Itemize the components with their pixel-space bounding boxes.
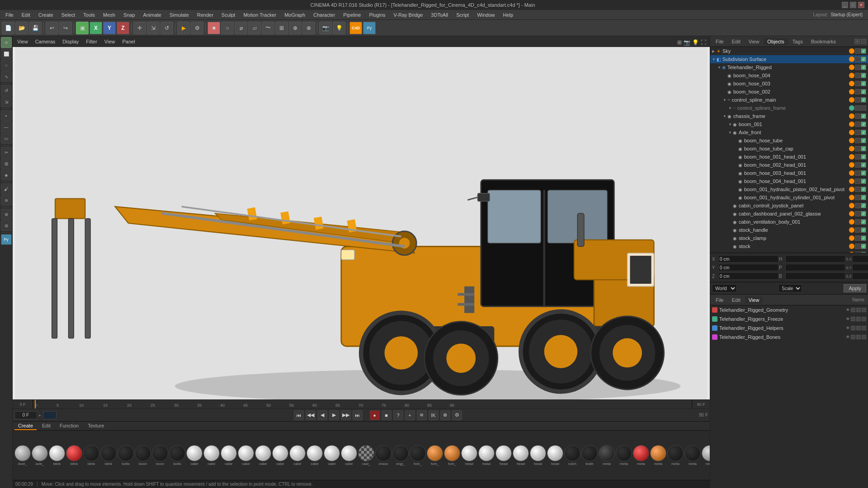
tool-select-lasso[interactable]: ∿ (1, 71, 12, 82)
transport-ik[interactable]: IK (429, 410, 439, 420)
om-item-sky[interactable]: ▶ ☀ Sky ✓ (710, 47, 868, 55)
tool-joint[interactable]: ⊛ (1, 209, 12, 220)
vp-menu-view[interactable]: View (14, 38, 31, 45)
toolbar-new[interactable]: 📄 (2, 22, 14, 34)
menu-pipeline[interactable]: Pipeline (340, 11, 364, 19)
tool-scale[interactable]: ⇲ (1, 96, 12, 107)
mat-item-fork2[interactable]: fork_ (427, 445, 443, 466)
coord-p-input[interactable] (785, 264, 845, 271)
transport-stop[interactable]: ■ (382, 410, 392, 420)
mat-item-blink1[interactable]: blink (49, 445, 65, 466)
om-item-stock-clamp[interactable]: ◉ stock_clamp ✓ (710, 234, 868, 242)
sm-icon-vis-helpers[interactable]: 👁 (846, 326, 850, 330)
menu-animate[interactable]: Animate (140, 11, 165, 19)
om-dot-sky[interactable] (849, 48, 854, 54)
toolbar-undo[interactable]: ↩ (46, 22, 58, 34)
toolbar-extrude[interactable]: ⊞ (275, 22, 288, 34)
current-frame-input[interactable] (14, 411, 37, 419)
mat-item-fork1[interactable]: fork_ (410, 445, 426, 466)
coord-sx-input[interactable] (852, 255, 868, 263)
coord-sz-input[interactable] (852, 272, 868, 280)
om-item-control-splines-frame[interactable]: ▼ ~ control_splines_frame (710, 104, 868, 112)
om-tab-file[interactable]: File (712, 38, 727, 45)
om-item-stock-handle[interactable]: ◉ stock_handle ✓ (710, 226, 868, 234)
mat-item-cabir5[interactable]: cabir (255, 445, 271, 466)
viewport-3d[interactable] (13, 47, 710, 399)
om-item-joystick-panel[interactable]: ◉ cabin_controll_joystick_panel ✓ (710, 202, 868, 210)
vp-menu-view2[interactable]: View (102, 38, 118, 45)
coord-y-input[interactable] (718, 264, 778, 271)
menu-create[interactable]: Create (35, 11, 57, 19)
toolbar-z-axis[interactable]: Z (117, 22, 129, 34)
keyframe-input[interactable] (43, 411, 57, 419)
om-check2-subdiv[interactable]: ✓ (861, 56, 866, 62)
om-item-stock[interactable]: ◉ stock ✓ (710, 242, 868, 250)
mat-tab-edit[interactable]: Edit (38, 422, 54, 430)
toolbar-cylinder[interactable]: ⌀ (235, 22, 247, 34)
coord-x-input[interactable] (718, 255, 778, 263)
toolbar-plane[interactable]: ▱ (248, 22, 261, 34)
toolbar-camera[interactable]: 📷 (319, 22, 332, 34)
toolbar-c4d-logo[interactable]: C4D (349, 22, 362, 34)
sm-check-hlp2[interactable] (856, 326, 861, 330)
toolbar-render-view[interactable]: ▶ (177, 22, 190, 34)
sm-check-bon3[interactable] (862, 335, 866, 339)
menu-3dtoall[interactable]: 3DToAll (427, 11, 452, 19)
sm-check-frz2[interactable] (856, 317, 861, 321)
mat-item-bolts[interactable]: bolts (118, 445, 134, 466)
timeline-track[interactable]: 0 5 10 15 20 25 30 35 40 45 50 55 60 65 … (33, 400, 692, 408)
om-tab-objects[interactable]: Objects (764, 38, 788, 45)
transport-next-key[interactable]: ▶▶ (341, 410, 351, 420)
om-item-bh002-head001[interactable]: ◉ boom_hose_002_head_001 ✓ (710, 161, 868, 169)
toolbar-spline[interactable]: 〜 (262, 22, 274, 34)
mat-item-head3[interactable]: head (495, 445, 512, 466)
menu-select[interactable]: Select (58, 11, 79, 19)
mat-item-leath[interactable]: leath (581, 445, 598, 466)
tool-smooth[interactable]: ≋ (1, 195, 12, 206)
mat-item-boon1[interactable]: boon (135, 445, 151, 466)
om-check-subdiv[interactable] (855, 56, 860, 62)
mat-item-head2[interactable]: head (478, 445, 495, 466)
mat-item-head6[interactable]: head (547, 445, 563, 466)
om-check-sky[interactable] (855, 48, 860, 54)
minimize-button[interactable]: _ (842, 2, 848, 8)
om-item-bh001-head001[interactable]: ◉ boom_hose_001_head_001 ✓ (710, 153, 868, 161)
sm-tab-view[interactable]: View (745, 296, 763, 304)
mat-item-fork3[interactable]: fork_ (444, 445, 460, 466)
transport-go-end[interactable]: ⏭ (353, 410, 363, 420)
tool-select-rect[interactable]: ⬜ (1, 48, 12, 59)
mat-item-botts[interactable]: botts (169, 445, 185, 466)
mat-item-chass[interactable]: chass (375, 445, 392, 466)
om-tab-tags[interactable]: Tags (789, 38, 807, 45)
sm-check-geo2[interactable] (856, 308, 861, 312)
mat-item-cabir1[interactable]: cabir (186, 445, 203, 466)
vp-icon-light[interactable]: 💡 (692, 39, 699, 46)
om-header-check2[interactable] (861, 39, 866, 44)
coord-sy-input[interactable] (852, 264, 868, 271)
menu-render[interactable]: Render (193, 11, 217, 19)
transport-play-reverse[interactable]: ◀ (317, 410, 327, 420)
sm-tab-file[interactable]: File (712, 296, 727, 304)
menu-snap[interactable]: Snap (120, 11, 139, 19)
mat-item-cabir7[interactable]: cabir (289, 445, 306, 466)
om-dot-subdiv[interactable] (849, 56, 854, 62)
mat-item-cabir8[interactable]: cabir (307, 445, 323, 466)
toolbar-render-settings[interactable]: ⚙ (191, 22, 203, 34)
om-item-boom-hose-tube-cap[interactable]: ◉ boom_hose_tube_cap ✓ (710, 145, 868, 153)
om-item-hydraulic-cylinder[interactable]: ◉ boom_001_hydraulic_cylinder_001_pivot … (710, 193, 868, 202)
om-item-hydraulic-piston[interactable]: ◉ boom_001_hydraulic_piston_002_head_piv… (710, 185, 868, 193)
mat-tab-create[interactable]: Create (14, 422, 37, 430)
mat-item-blink3[interactable]: blink (83, 445, 99, 466)
om-check2-telehandler[interactable]: ✓ (861, 65, 866, 70)
menu-file[interactable]: File (2, 11, 17, 19)
sm-icon-vis[interactable]: 👁 (846, 308, 850, 312)
mat-item-axle[interactable]: axle_ (32, 445, 48, 466)
menu-tools[interactable]: Tools (80, 11, 99, 19)
menu-plugins[interactable]: Plugins (365, 11, 389, 19)
coord-h-input[interactable] (785, 255, 845, 263)
mat-tab-texture[interactable]: Texture (84, 422, 108, 430)
mat-item-mirro[interactable]: mirro (702, 445, 710, 466)
menu-character[interactable]: Character (310, 11, 339, 19)
mat-item-meta5[interactable]: meta (667, 445, 684, 466)
menu-motion-tracker[interactable]: Motion Tracker (240, 11, 280, 19)
